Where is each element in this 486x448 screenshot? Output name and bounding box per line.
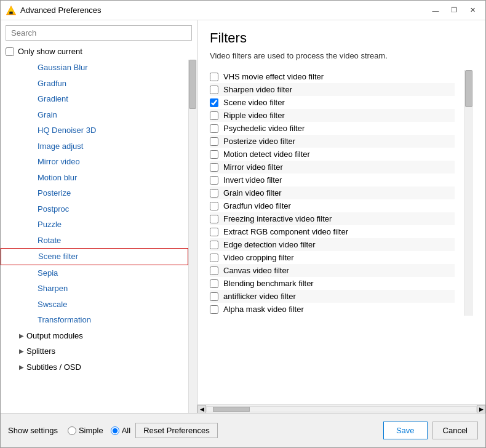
main-content: Only show current Gaussian BlurGradfunGr… [1,20,485,413]
left-scroll-area: Gaussian BlurGradfunGradientGrainHQ Deno… [1,60,197,413]
left-scrollbar[interactable] [188,60,197,413]
filter-row-motion-detect: Motion detect video filter [210,148,455,161]
filter-checkbox-mirror[interactable] [210,163,218,172]
horizontal-scrollbar[interactable]: ◀ ▶ [197,404,485,413]
tree-item-gradfun[interactable]: Gradfun [1,76,188,92]
tree-item-output-modules[interactable]: ▶Output modules [1,328,188,344]
tree-item-sepia[interactable]: Sepia [1,265,188,281]
tree-item-motion-blur[interactable]: Motion blur [1,170,188,186]
filter-label-scene: Scene video filter [223,98,285,107]
filter-checkbox-blending[interactable] [210,279,218,288]
tree-item-splitters[interactable]: ▶Splitters [1,343,188,359]
all-label: All [122,426,130,435]
filter-label-alpha-mask: Alpha mask video filter [223,305,304,314]
simple-radio[interactable] [68,426,76,435]
filter-checkbox-grain[interactable] [210,189,218,198]
filter-checkbox-video-cropping[interactable] [210,254,218,262]
tree-scroll[interactable]: Gaussian BlurGradfunGradientGrainHQ Deno… [1,60,188,413]
filter-checkbox-posterize[interactable] [210,137,218,146]
hscroll-thumb[interactable] [213,407,250,412]
filter-checkbox-canvas[interactable] [210,266,218,275]
hscroll-right-btn[interactable]: ▶ [477,405,485,414]
filter-row-gradfun: Gradfun video filter [210,199,455,212]
tree-item-scene-filter[interactable]: Scene filter [1,248,188,265]
filter-label-sharpen: Sharpen video filter [223,85,292,94]
filter-label-edge-detection: Edge detection video filter [223,240,316,249]
simple-label: Simple [79,426,103,435]
reset-preferences-button[interactable]: Reset Preferences [135,423,218,438]
left-scrollbar-thumb[interactable] [189,60,196,109]
tree-item-transformation[interactable]: Transformation [1,312,188,328]
app-icon [6,5,17,16]
tree-item-sharpen[interactable]: Sharpen [1,281,188,297]
filters-list[interactable]: VHS movie effect video filterSharpen vid… [210,70,464,316]
filters-title: Filters [210,30,473,46]
right-scrollbar[interactable] [464,70,473,316]
right-panel: Filters Video filters are used to proces… [197,20,485,413]
filter-label-psychedelic: Psychedelic video filter [223,124,305,133]
tree-item-mirror-video[interactable]: Mirror video [1,154,188,170]
main-window: Advanced Preferences — ❐ ✕ Only show cur… [0,0,486,448]
filter-row-extract-rgb: Extract RGB component video filter [210,225,455,238]
tree-item-rotate[interactable]: Rotate [1,233,188,249]
chevron-icon: ▶ [19,346,24,356]
filter-checkbox-scene[interactable] [210,98,218,107]
filters-description: Video filters are used to process the vi… [210,51,473,60]
only-show-current-checkbox[interactable] [6,47,14,56]
filter-checkbox-edge-detection[interactable] [210,241,218,249]
maximize-button[interactable]: ❐ [446,4,462,17]
filter-label-posterize: Posterize video filter [223,137,295,146]
filter-checkbox-gradfun[interactable] [210,202,218,210]
filter-row-invert: Invert video filter [210,174,455,186]
filter-checkbox-sharpen[interactable] [210,86,218,94]
hscroll-left-btn[interactable]: ◀ [197,405,206,414]
tree-item-image-adjust[interactable]: Image adjust [1,138,188,154]
filter-checkbox-invert[interactable] [210,176,218,185]
filter-row-video-cropping: Video cropping filter [210,251,455,264]
close-button[interactable]: ✕ [464,4,480,17]
filter-checkbox-psychedelic[interactable] [210,124,218,133]
cancel-button[interactable]: Cancel [432,422,478,439]
filter-row-mirror: Mirror video filter [210,161,455,174]
filter-label-invert: Invert video filter [223,175,282,185]
filter-row-edge-detection: Edge detection video filter [210,238,455,251]
filter-row-freezing: Freezing interactive video filter [210,212,455,225]
tree-item-subtitles-osd[interactable]: ▶Subtitles / OSD [1,359,188,375]
filter-checkbox-extract-rgb[interactable] [210,228,218,236]
filter-label-video-cropping: Video cropping filter [223,253,294,262]
right-scrollbar-thumb[interactable] [465,70,472,107]
all-radio-option[interactable]: All [111,426,130,435]
tree-item-puzzle[interactable]: Puzzle [1,217,188,233]
tree-item-label: Splitters [26,345,55,358]
tree-item-posterize[interactable]: Posterize [1,185,188,201]
chevron-icon: ▶ [19,331,24,340]
hscroll-track[interactable] [206,406,477,412]
all-radio[interactable] [111,426,119,435]
tree-item-postproc[interactable]: Postproc [1,201,188,217]
tree-item-gaussian-blur[interactable]: Gaussian Blur [1,60,188,76]
minimize-button[interactable]: — [428,4,444,17]
filter-row-alpha-mask: Alpha mask video filter [210,303,455,316]
filter-label-extract-rgb: Extract RGB component video filter [223,227,348,236]
filter-checkbox-vhs-movie[interactable] [210,73,218,81]
filter-label-freezing: Freezing interactive video filter [223,214,332,223]
filter-checkbox-antiflicker[interactable] [210,292,218,301]
tree-item-hq-denoiser-3d[interactable]: HQ Denoiser 3D [1,122,188,138]
simple-radio-option[interactable]: Simple [68,426,103,435]
filter-checkbox-ripple[interactable] [210,111,218,120]
radio-group: Simple All [68,426,130,435]
filter-row-sharpen: Sharpen video filter [210,83,455,96]
save-button[interactable]: Save [383,422,428,439]
filter-row-blending: Blending benchmark filter [210,277,455,290]
tree-item-grain[interactable]: Grain [1,107,188,123]
filter-checkbox-freezing[interactable] [210,215,218,223]
only-show-current-row: Only show current [1,46,197,60]
window-controls: — ❐ ✕ [428,4,480,17]
filter-checkbox-motion-detect[interactable] [210,150,218,159]
show-settings-label: Show settings [8,426,58,435]
tree-item-gradient[interactable]: Gradient [1,91,188,107]
filter-checkbox-alpha-mask[interactable] [210,305,218,314]
search-input[interactable] [6,25,192,41]
tree-item-label: Output modules [26,330,83,342]
tree-item-swscale[interactable]: Swscale [1,297,188,313]
